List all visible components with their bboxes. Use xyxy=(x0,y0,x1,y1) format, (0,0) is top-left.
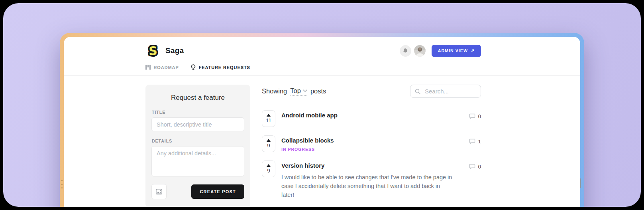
admin-view-label: ADMIN VIEW xyxy=(438,48,468,53)
browser-card: S Saga xyxy=(60,33,584,207)
search-icon xyxy=(415,89,420,94)
logo-letter: S xyxy=(149,44,157,58)
attach-image-button[interactable] xyxy=(151,184,167,199)
list-toolbar: Showing Top posts xyxy=(262,85,481,98)
notifications-button[interactable] xyxy=(400,45,411,57)
speech-bubble-icon xyxy=(469,113,475,119)
post-status-badge: IN PROGRESS xyxy=(281,147,464,152)
post-row: 9 Collapsible blocks IN PROGRESS xyxy=(262,135,481,152)
title-input[interactable] xyxy=(151,117,244,131)
roadmap-bars-icon xyxy=(145,65,151,70)
post-row: 9 Version history I would like to be abl… xyxy=(262,160,481,199)
tab-feature-requests-label: FEATURE REQUESTS xyxy=(199,65,250,70)
app-title: Saga xyxy=(165,46,184,55)
lightbulb-icon xyxy=(191,64,196,70)
arrow-up-right-icon: ↗ xyxy=(471,48,475,53)
right-scrollbar-thumb[interactable] xyxy=(580,178,581,188)
post-body: Android mobile app xyxy=(281,110,464,119)
post-description: I would like to be able to see changes t… xyxy=(281,173,454,199)
post-body: Collapsible blocks IN PROGRESS xyxy=(281,135,464,152)
viewport: S Saga xyxy=(0,0,644,210)
post-title[interactable]: Collapsible blocks xyxy=(281,137,464,145)
comment-indicator[interactable]: 0 xyxy=(469,110,481,119)
showing-control: Showing Top posts xyxy=(262,87,326,96)
triangle-up-icon xyxy=(267,139,271,142)
upvote-button[interactable]: 9 xyxy=(262,135,275,152)
posts-section: Showing Top posts xyxy=(262,85,481,207)
post-row: 11 Android mobile app xyxy=(262,110,481,127)
saga-s-logo: S xyxy=(145,43,161,58)
vote-count: 9 xyxy=(267,168,270,174)
bell-icon xyxy=(402,48,408,54)
comment-indicator[interactable]: 1 xyxy=(469,135,481,145)
details-field-label: DETAILS xyxy=(152,139,244,143)
vote-count: 9 xyxy=(267,143,270,149)
left-border-drag-dots[interactable] xyxy=(61,180,63,188)
header-actions: ADMIN VIEW ↗ xyxy=(400,45,481,57)
upvote-button[interactable]: 9 xyxy=(262,160,275,177)
tab-roadmap[interactable]: ROADMAP xyxy=(145,65,179,70)
admin-view-button[interactable]: ADMIN VIEW ↗ xyxy=(432,45,481,57)
speech-bubble-icon xyxy=(469,138,475,145)
sort-dropdown[interactable]: Top xyxy=(290,87,307,96)
chevron-down-icon xyxy=(303,89,307,92)
speech-bubble-icon xyxy=(469,163,475,170)
vote-count: 11 xyxy=(266,118,271,123)
showing-prefix: Showing xyxy=(262,87,287,95)
triangle-up-icon xyxy=(267,114,271,117)
triangle-up-icon xyxy=(267,164,271,167)
post-body: Version history I would like to be able … xyxy=(281,160,464,199)
purple-stage: S Saga xyxy=(3,3,641,207)
search-box xyxy=(410,85,481,98)
header: S Saga xyxy=(64,37,580,76)
comment-count: 1 xyxy=(478,139,481,145)
form-title: Request a feature xyxy=(151,94,244,102)
create-post-button[interactable]: CREATE POST xyxy=(191,184,244,199)
post-title[interactable]: Android mobile app xyxy=(281,112,464,119)
avatar-image xyxy=(414,45,426,57)
showing-suffix: posts xyxy=(310,87,326,95)
details-textarea[interactable] xyxy=(151,146,244,176)
image-icon xyxy=(156,189,162,194)
app-window: S Saga xyxy=(64,37,580,207)
post-list: 11 Android mobile app xyxy=(262,110,481,199)
user-avatar[interactable] xyxy=(414,45,426,57)
title-field-label: TITLE xyxy=(152,110,244,115)
comment-indicator[interactable]: 0 xyxy=(469,160,481,170)
brand: S Saga xyxy=(145,43,184,58)
comment-count: 0 xyxy=(478,164,481,170)
search-input[interactable] xyxy=(424,87,476,95)
post-title[interactable]: Version history xyxy=(281,162,464,170)
tab-roadmap-label: ROADMAP xyxy=(154,65,179,70)
request-feature-form: Request a feature TITLE DETAILS xyxy=(145,85,250,207)
comment-count: 0 xyxy=(478,113,481,119)
nav-tabs: ROADMAP FEATURE REQUESTS xyxy=(145,64,481,75)
sort-value: Top xyxy=(290,87,301,95)
upvote-button[interactable]: 11 xyxy=(262,110,275,127)
tab-feature-requests[interactable]: FEATURE REQUESTS xyxy=(191,64,250,70)
